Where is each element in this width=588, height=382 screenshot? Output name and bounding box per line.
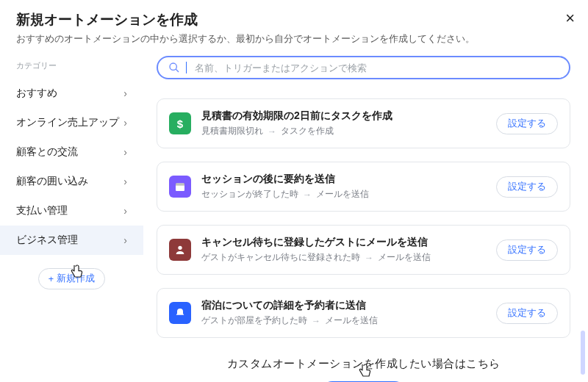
scrollbar-indicator[interactable] xyxy=(581,331,585,375)
automation-desc: ゲストがキャンセル待ちに登録された時→メールを送信 xyxy=(201,251,486,264)
automation-trigger: セッションが終了した時 xyxy=(201,188,298,201)
sidebar-item[interactable]: 支払い管理› xyxy=(0,196,143,226)
search-input[interactable] xyxy=(195,62,559,73)
automation-trigger: 見積書期限切れ xyxy=(201,125,263,137)
automation-icon: $ xyxy=(169,112,191,134)
automation-action: メールを送信 xyxy=(316,188,369,201)
chevron-right-icon: › xyxy=(123,176,127,187)
automation-text: 宿泊についての詳細を予約者に送信ゲストが部屋を予約した時→メールを送信 xyxy=(201,299,486,327)
chevron-right-icon: › xyxy=(123,234,127,246)
automation-card: 宿泊についての詳細を予約者に送信ゲストが部屋を予約した時→メールを送信設定する xyxy=(157,288,570,338)
automation-title: キャンセル待ちに登録したゲストにメールを送信 xyxy=(201,236,486,249)
automation-text: 見積書の有効期限の2日前にタスクを作成見積書期限切れ→タスクを作成 xyxy=(201,109,486,137)
create-new-button[interactable]: + 新規作成 xyxy=(38,268,105,289)
svg-line-1 xyxy=(176,69,179,72)
sidebar-item-label: おすすめ xyxy=(16,87,57,100)
arrow-right-icon: → xyxy=(312,316,320,326)
category-sidebar: カテゴリー おすすめ›オンライン売上アップ›顧客との交流›顧客の囲い込み›支払い… xyxy=(0,48,143,382)
automation-desc: ゲストが部屋を予約した時→メールを送信 xyxy=(201,314,486,327)
automation-trigger: ゲストが部屋を予約した時 xyxy=(201,314,307,327)
sidebar-item-label: ビジネス管理 xyxy=(16,234,78,247)
search-icon xyxy=(168,62,180,73)
footer: カスタムオートメーションを作成したい場合はこちら + 一から作成 xyxy=(157,357,570,382)
automation-card: キャンセル待ちに登録したゲストにメールを送信ゲストがキャンセル待ちに登録された時… xyxy=(157,225,570,275)
automation-desc: セッションが終了した時→メールを送信 xyxy=(201,188,486,201)
automation-trigger: ゲストがキャンセル待ちに登録された時 xyxy=(201,251,360,264)
automation-icon xyxy=(169,176,191,198)
search-field[interactable] xyxy=(157,56,570,79)
chevron-right-icon: › xyxy=(123,205,127,217)
dialog-subtitle: おすすめのオートメーションの中から選択するか、最初から自分でオートメーションを作… xyxy=(16,32,572,46)
main-panel: $見積書の有効期限の2日前にタスクを作成見積書期限切れ→タスクを作成設定するセッ… xyxy=(143,48,588,382)
category-heading: カテゴリー xyxy=(0,56,143,79)
arrow-right-icon: → xyxy=(365,253,373,263)
dialog-header: 新規オートメーションを作成 おすすめのオートメーションの中から選択するか、最初か… xyxy=(0,0,588,46)
arrow-right-icon: → xyxy=(303,190,312,200)
sidebar-item-label: オンライン売上アップ xyxy=(16,116,119,129)
sidebar-item-label: 支払い管理 xyxy=(16,204,68,217)
setup-button[interactable]: 設定する xyxy=(496,239,558,261)
sidebar-item[interactable]: ビジネス管理› xyxy=(0,226,143,255)
dialog-title: 新規オートメーションを作成 xyxy=(16,10,572,29)
setup-button[interactable]: 設定する xyxy=(496,303,558,324)
automation-text: セッションの後に要約を送信セッションが終了した時→メールを送信 xyxy=(201,173,486,201)
automation-title: 宿泊についての詳細を予約者に送信 xyxy=(201,299,486,312)
automation-icon xyxy=(169,302,191,324)
chevron-right-icon: › xyxy=(123,87,127,99)
create-new-label: 新規作成 xyxy=(57,273,95,285)
sidebar-item[interactable]: おすすめ› xyxy=(0,79,143,108)
svg-point-0 xyxy=(170,63,176,70)
automation-action: タスクを作成 xyxy=(281,125,334,137)
automation-card: セッションの後に要約を送信セッションが終了した時→メールを送信設定する xyxy=(157,162,570,212)
sidebar-item-label: 顧客との交流 xyxy=(16,145,78,159)
automation-action: メールを送信 xyxy=(325,314,378,327)
close-icon[interactable]: × xyxy=(565,10,575,26)
sidebar-item[interactable]: 顧客の囲い込み› xyxy=(0,167,143,196)
plus-icon: + xyxy=(49,274,54,284)
automation-list: $見積書の有効期限の2日前にタスクを作成見積書期限切れ→タスクを作成設定するセッ… xyxy=(157,98,570,338)
chevron-right-icon: › xyxy=(123,146,127,158)
sidebar-item-label: 顧客の囲い込み xyxy=(16,175,88,188)
setup-button[interactable]: 設定する xyxy=(496,176,558,198)
automation-desc: 見積書期限切れ→タスクを作成 xyxy=(201,125,486,137)
chevron-right-icon: › xyxy=(123,117,127,129)
sidebar-item[interactable]: オンライン売上アップ› xyxy=(0,108,143,137)
footer-text: カスタムオートメーションを作成したい場合はこちら xyxy=(157,357,570,371)
automation-card: $見積書の有効期限の2日前にタスクを作成見積書期限切れ→タスクを作成設定する xyxy=(157,98,570,148)
automation-text: キャンセル待ちに登録したゲストにメールを送信ゲストがキャンセル待ちに登録された時… xyxy=(201,236,486,264)
automation-icon xyxy=(169,239,191,261)
text-caret xyxy=(186,62,187,73)
arrow-right-icon: → xyxy=(268,126,276,137)
svg-point-4 xyxy=(178,246,182,250)
svg-rect-3 xyxy=(176,183,184,185)
setup-button[interactable]: 設定する xyxy=(496,113,558,134)
automation-title: セッションの後に要約を送信 xyxy=(201,173,486,186)
automation-title: 見積書の有効期限の2日前にタスクを作成 xyxy=(201,109,486,123)
sidebar-item[interactable]: 顧客との交流› xyxy=(0,137,143,167)
automation-action: メールを送信 xyxy=(378,251,431,264)
